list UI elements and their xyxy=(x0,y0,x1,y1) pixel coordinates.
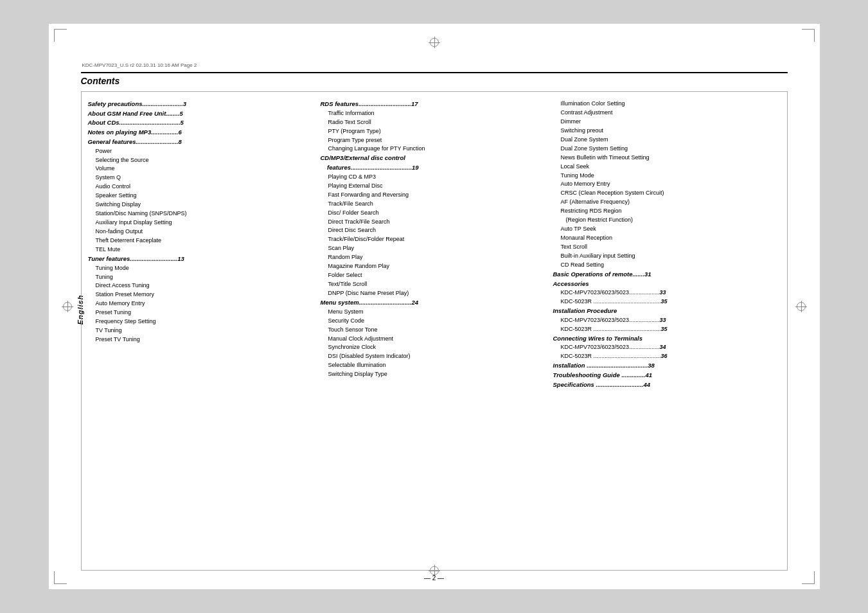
toc-item: Disc/ Folder Search xyxy=(321,209,543,218)
toc-item: Frequency Step Setting xyxy=(88,317,310,326)
toc-item: Selectable Illumination xyxy=(321,361,543,370)
toc-item: DNPP (Disc Name Preset Play) xyxy=(321,289,543,298)
column-1: Safety precautions......................… xyxy=(88,100,315,564)
toc-item: Auto TP Seek xyxy=(553,225,775,234)
toc-item: Power xyxy=(88,147,310,156)
toc-heading: Tuner features..........................… xyxy=(88,254,310,264)
toc-item: Traffic Information xyxy=(321,109,543,118)
content-box: Safety precautions......................… xyxy=(81,91,788,571)
toc-item: Fast Forwarding and Reversing xyxy=(321,191,543,200)
toc-item: CRSC (Clean Reception System Circuit) xyxy=(553,189,775,198)
toc-heading: Menu system.............................… xyxy=(321,298,543,308)
toc-item: Auto Memory Entry xyxy=(88,299,310,308)
toc-item: Non-fading Output xyxy=(88,227,310,236)
toc-item: Menu System xyxy=(321,308,543,317)
toc-item: Radio Text Scroll xyxy=(321,118,543,127)
toc-item: Tuning Mode xyxy=(88,264,310,273)
toc-item: System Q xyxy=(88,173,310,182)
toc-heading: Troubleshooting Guide ..............41 xyxy=(553,371,775,380)
toc-item: Text Scroll xyxy=(553,243,775,252)
toc-item: News Bulletin with Timeout Setting xyxy=(553,154,775,163)
toc-item: Playing CD & MP3 xyxy=(321,173,543,182)
toc-heading: Installation Procedure xyxy=(553,306,775,316)
corner-mark-tr xyxy=(802,29,815,42)
toc-item: Speaker Setting xyxy=(88,191,310,200)
toc-item: Built-in Auxiliary input Setting xyxy=(553,252,775,261)
toc-item: Changing Language for PTY Function xyxy=(321,145,543,154)
toc-heading: Connecting Wires to Terminals xyxy=(553,334,775,344)
toc-item: Theft Deterrent Faceplate xyxy=(88,236,310,245)
column-3: Illumination Color SettingContrast Adjus… xyxy=(548,100,781,564)
content-area: English KDC-MPV7023_U.S r2 02.10.31 10:1… xyxy=(81,62,788,557)
toc-item: PTY (Program Type) xyxy=(321,127,543,136)
toc-item: Text/Title Scroll xyxy=(321,280,543,289)
corner-mark-bl xyxy=(54,571,67,584)
toc-item: Station Preset Memory xyxy=(88,290,310,299)
corner-mark-tl xyxy=(54,29,67,42)
toc-item: Scan Play xyxy=(321,244,543,253)
toc-item: Volume xyxy=(88,164,310,173)
toc-item: Playing External Disc xyxy=(321,182,543,191)
toc-item: Selecting the Source xyxy=(88,156,310,165)
toc-item: Synchronize Clock xyxy=(321,343,543,352)
toc-item: Contrast Adjustment xyxy=(553,109,775,118)
toc-item: Local Seek xyxy=(553,163,775,172)
toc-item: KDC-5023R ..............................… xyxy=(553,325,775,334)
toc-item: Touch Sensor Tone xyxy=(321,326,543,335)
toc-heading: Basic Operations of remote.......31 xyxy=(553,270,775,280)
toc-item: Monaural Reception xyxy=(553,234,775,243)
toc-heading: Specifications .........................… xyxy=(553,380,775,390)
toc-item: Dimmer xyxy=(553,118,775,127)
toc-item: Tuning xyxy=(88,273,310,282)
toc-item: Switching preout xyxy=(553,127,775,136)
toc-item: KDC-MPV7023/6023/5023...................… xyxy=(553,343,775,352)
toc-heading: Installation ...........................… xyxy=(553,361,775,371)
column-2: RDS features............................… xyxy=(315,100,548,564)
toc-item: Dual Zone System Setting xyxy=(553,145,775,154)
toc-item: Random Play xyxy=(321,253,543,262)
toc-item: KDC-5023R ..............................… xyxy=(553,298,775,306)
toc-item: Security Code xyxy=(321,317,543,326)
toc-item: Preset Tuning xyxy=(88,308,310,317)
toc-item: Auto Memory Entry xyxy=(553,180,775,189)
toc-item: DSI (Disabled System Indicator) xyxy=(321,352,543,361)
toc-item: Illumination Color Setting xyxy=(553,100,775,109)
toc-item: Tuning Mode xyxy=(553,172,775,181)
toc-heading: General features........................… xyxy=(88,138,310,147)
toc-item: Manual Clock Adjustment xyxy=(321,335,543,344)
toc-item: Direct Access Tuning xyxy=(88,281,310,290)
toc-item: AF (Alternative Frequency) xyxy=(553,198,775,207)
toc-heading: Accessories xyxy=(553,280,775,289)
reg-mark-left xyxy=(62,301,73,312)
toc-item: Direct Disc Search xyxy=(321,226,543,235)
reg-mark-top xyxy=(429,37,440,48)
toc-item: KDC-5023R ..............................… xyxy=(553,352,775,361)
toc-item: Folder Select xyxy=(321,271,543,280)
toc-item: Switching Display xyxy=(88,200,310,209)
toc-item: Program Type preset xyxy=(321,136,543,145)
toc-heading: Notes on playing MP3................6 xyxy=(88,128,310,138)
page-number: — 2 — xyxy=(81,574,788,582)
toc-item: (Region Restrict Function) xyxy=(553,216,775,225)
toc-item: KDC-MPV7023/6023/5023...................… xyxy=(553,316,775,325)
toc-heading: About CDs...............................… xyxy=(88,118,310,128)
toc-item: Preset TV Tuning xyxy=(88,335,310,344)
toc-item: Track/File/Disc/Folder Repeat xyxy=(321,235,543,244)
top-divider xyxy=(81,72,788,73)
toc-heading: About GSM Hand Free Unit........5 xyxy=(88,109,310,119)
toc-item: CD Read Setting xyxy=(553,261,775,270)
toc-heading: CD/MP3/External disc control features...… xyxy=(321,154,543,172)
toc-item: Track/File Search xyxy=(321,200,543,209)
toc-item: Dual Zone System xyxy=(553,136,775,145)
toc-item: Direct Track/File Search xyxy=(321,218,543,227)
columns-container: Safety precautions......................… xyxy=(88,100,781,564)
toc-item: Switching Display Type xyxy=(321,370,543,379)
reg-mark-right xyxy=(795,301,807,312)
page-title: Contents xyxy=(81,76,788,86)
page-wrapper: English KDC-MPV7023_U.S r2 02.10.31 10:1… xyxy=(49,24,820,589)
toc-item: Station/Disc Naming (SNPS/DNPS) xyxy=(88,209,310,218)
print-info: KDC-MPV7023_U.S r2 02.10.31 10:16 AM Pag… xyxy=(81,62,788,68)
corner-mark-br xyxy=(802,571,815,584)
toc-heading: RDS features............................… xyxy=(321,100,543,109)
toc-item: Restricting RDS Region xyxy=(553,207,775,216)
